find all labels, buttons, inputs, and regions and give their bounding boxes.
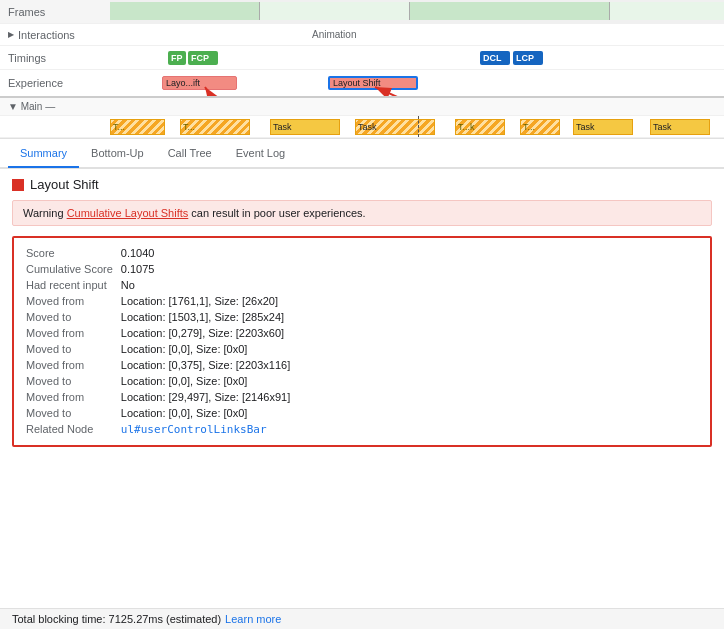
detail-value-moved-from-3: Location: [0,375], Size: [2203x116] [121, 358, 698, 372]
frames-label: Frames [0, 6, 110, 18]
animation-label: Animation [310, 30, 490, 40]
detail-value-moved-to-3: Location: [0,0], Size: [0x0] [121, 374, 698, 388]
interactions-label: ▶ Interactions [0, 29, 110, 41]
task-bar-8: Task [650, 119, 710, 135]
task-bar-5: T...k [455, 119, 505, 135]
detail-value-moved-to-1: Location: [1503,1], Size: [285x24] [121, 310, 698, 324]
detail-value-related-node[interactable]: ul#userControlLinksBar [121, 422, 698, 437]
detail-value-moved-from-1: Location: [1761,1], Size: [26x20] [121, 294, 698, 308]
task-bar-1: T... [110, 119, 165, 135]
detail-label-moved-to-3: Moved to [26, 374, 121, 388]
experience-bar-1[interactable]: Layo...ift [162, 76, 237, 90]
warning-prefix: Warning [23, 207, 64, 219]
tab-summary[interactable]: Summary [8, 140, 79, 168]
detail-label-moved-to-2: Moved to [26, 342, 121, 356]
details-box: Score 0.1040 Cumulative Score 0.1075 Had… [12, 236, 712, 447]
dcl-badge: DCL [480, 51, 510, 65]
tab-event-log[interactable]: Event Log [224, 140, 298, 168]
timings-label: Timings [0, 52, 110, 64]
tabs-container: Summary Bottom-Up Call Tree Event Log [0, 139, 724, 169]
tab-bottom-up[interactable]: Bottom-Up [79, 140, 156, 168]
task-bar-7: Task [573, 119, 633, 135]
detail-label-moved-from-3: Moved from [26, 358, 121, 372]
cumulative-layout-shifts-link[interactable]: Cumulative Layout Shifts [67, 207, 189, 219]
detail-label-moved-from-1: Moved from [26, 294, 121, 308]
task-bar-4: Task [355, 119, 435, 135]
red-square-icon [12, 179, 24, 191]
detail-value-moved-to-4: Location: [0,0], Size: [0x0] [121, 406, 698, 420]
task-bar-6: T... [520, 119, 560, 135]
section-title-text: Layout Shift [30, 177, 99, 192]
detail-value-cumulative-score: 0.1075 [121, 262, 698, 276]
detail-value-moved-from-4: Location: [29,497], Size: [2146x91] [121, 390, 698, 404]
detail-value-moved-to-2: Location: [0,0], Size: [0x0] [121, 342, 698, 356]
task-bar-2: T... [180, 119, 250, 135]
content-area: Layout Shift Warning Cumulative Layout S… [0, 169, 724, 455]
detail-label-cumulative-score: Cumulative Score [26, 262, 121, 276]
fp-badge: FP [168, 51, 186, 65]
detail-value-moved-from-2: Location: [0,279], Size: [2203x60] [121, 326, 698, 340]
fcp-badge: FCP [188, 51, 218, 65]
detail-label-score: Score [26, 246, 121, 260]
experience-label: Experience [0, 77, 110, 89]
detail-label-moved-from-2: Moved from [26, 326, 121, 340]
warning-banner: Warning Cumulative Layout Shifts can res… [12, 200, 712, 226]
tab-call-tree[interactable]: Call Tree [156, 140, 224, 168]
detail-label-had-recent-input: Had recent input [26, 278, 121, 292]
detail-label-moved-to-1: Moved to [26, 310, 121, 324]
detail-value-had-recent-input: No [121, 278, 698, 292]
section-title-row: Layout Shift [12, 177, 712, 192]
main-label: ▼ Main — [0, 101, 110, 112]
detail-label-related-node: Related Node [26, 422, 121, 437]
lcp-badge: LCP [513, 51, 543, 65]
detail-value-score: 0.1040 [121, 246, 698, 260]
experience-bar-2[interactable]: Layout Shift [328, 76, 418, 90]
detail-label-moved-from-4: Moved from [26, 390, 121, 404]
task-bar-3: Task [270, 119, 340, 135]
detail-label-moved-to-4: Moved to [26, 406, 121, 420]
